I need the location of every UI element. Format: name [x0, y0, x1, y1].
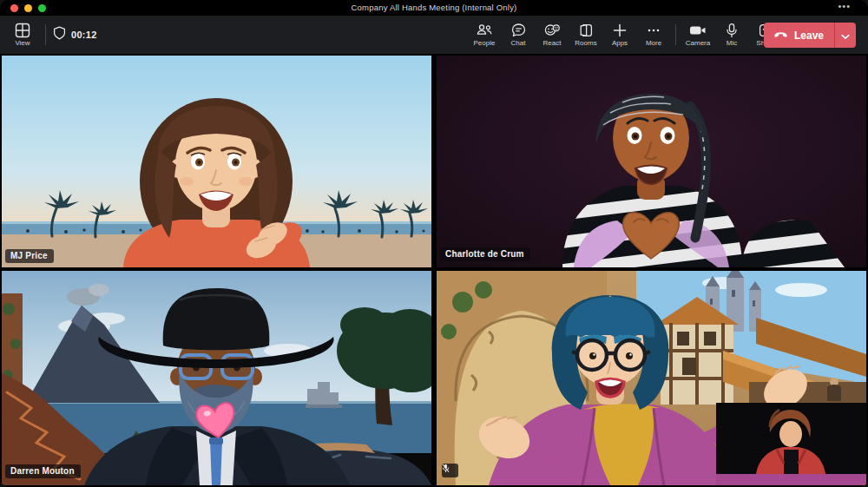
apps-label: Apps	[612, 40, 628, 47]
rooms-icon	[578, 23, 594, 38]
react-button[interactable]: React	[536, 16, 568, 53]
leave-label: Leave	[794, 30, 824, 42]
meeting-toolbar: View 00:12 People Chat	[0, 16, 868, 54]
video-tile-charlotte-de-crum[interactable]: Charlotte de Crum	[437, 56, 866, 267]
leave-split-button: Leave	[764, 23, 856, 48]
chat-label: Chat	[511, 40, 526, 47]
apps-icon	[612, 23, 628, 38]
muted-mic-badge	[442, 464, 458, 477]
mic-button[interactable]: Mic	[716, 16, 747, 53]
video-tile-darren-mouton[interactable]: Darren Mouton	[2, 271, 431, 485]
mic-label: Mic	[727, 40, 737, 47]
react-label: React	[543, 40, 562, 47]
rooms-button[interactable]: Rooms	[570, 16, 602, 53]
view-button[interactable]: View	[7, 16, 38, 53]
timer-value: 00:12	[71, 30, 97, 40]
more-button[interactable]: More	[638, 16, 669, 53]
leave-button[interactable]: Leave	[764, 23, 834, 48]
participant-name-tag: Charlotte de Crum	[440, 247, 530, 261]
more-icon	[646, 23, 661, 38]
avatar-scene-coast	[2, 271, 431, 485]
titlebar: Company All Hands Meeting (Internal Only…	[0, 0, 868, 16]
avatar-scene-beach	[2, 56, 431, 267]
participant-name-tag: MJ Price	[5, 249, 54, 263]
hangup-icon	[773, 30, 788, 42]
people-button[interactable]: People	[469, 16, 500, 53]
view-label: View	[15, 40, 30, 47]
more-label: More	[646, 40, 661, 47]
video-tile-village-speaker[interactable]	[437, 271, 866, 485]
avatar-scene-village	[437, 271, 866, 485]
avatar-scene-dark-studio	[437, 56, 866, 267]
toolbar-divider	[45, 24, 46, 45]
window-more-icon[interactable]: •••	[838, 1, 851, 11]
camera-icon	[688, 23, 707, 38]
meeting-title: Company All Hands Meeting (Internal Only…	[0, 3, 868, 12]
participant-name-tag: Darren Mouton	[5, 464, 81, 478]
people-label: People	[474, 40, 496, 47]
rooms-label: Rooms	[575, 40, 596, 47]
meeting-timer: 00:12	[53, 26, 97, 43]
people-icon	[476, 23, 493, 38]
chat-icon	[510, 23, 527, 38]
video-tile-mj-price[interactable]: MJ Price	[2, 56, 431, 267]
apps-button[interactable]: Apps	[604, 16, 635, 53]
chat-button[interactable]: Chat	[503, 16, 534, 53]
react-icon	[543, 23, 561, 38]
grid-view-icon	[15, 23, 30, 38]
mic-icon	[725, 23, 739, 38]
toolbar-divider	[675, 24, 676, 45]
camera-label: Camera	[686, 40, 710, 47]
meeting-window: Company All Hands Meeting (Internal Only…	[0, 0, 868, 487]
leave-options-button[interactable]	[835, 23, 856, 48]
chevron-down-icon	[841, 28, 850, 43]
shield-icon	[53, 26, 66, 43]
camera-button[interactable]: Camera	[682, 16, 713, 53]
